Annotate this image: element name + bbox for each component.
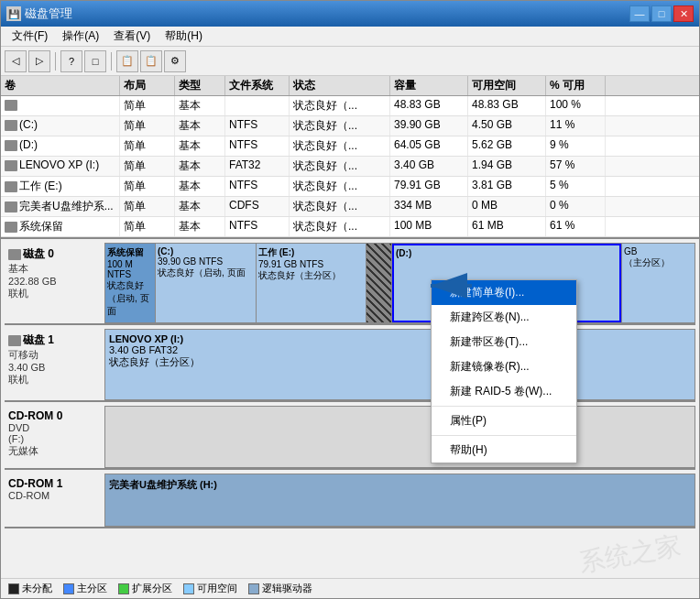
cell-pct: 61 % — [546, 217, 606, 236]
legend-unalloc-label: 未分配 — [22, 582, 52, 595]
cell-cap: 3.40 GB — [390, 157, 468, 176]
ctx-item-2[interactable]: 新建带区卷(T)... — [432, 330, 576, 354]
table-row[interactable]: 工作 (E:) 简单 基本 NTFS 状态良好（... 79.91 GB 3.8… — [1, 177, 699, 197]
cell-status: 状态良好（... — [290, 96, 390, 115]
cell-avail: 5.62 GB — [468, 136, 546, 156]
cell-avail: 1.94 GB — [468, 157, 546, 176]
cell-layout: 简单 — [120, 177, 175, 196]
cell-vol: 系统保留 — [1, 217, 120, 236]
partition-cdrom1-main[interactable]: 完美者U盘维护系统 (H:) — [105, 474, 695, 526]
disk-entry-cdrom0: CD-ROM 0 DVD (F:) 无媒体 — [5, 406, 695, 470]
col-header-cap: 容量 — [390, 76, 468, 95]
forward-button[interactable]: ▷ — [28, 50, 50, 72]
cell-cap: 79.91 GB — [390, 177, 468, 196]
toolbar-btn-copy1[interactable]: 📋 — [116, 50, 138, 72]
window-title: 磁盘管理 — [25, 5, 72, 22]
cell-cap: 334 MB — [390, 197, 468, 216]
title-controls: — □ ✕ — [629, 5, 694, 22]
cell-fs: NTFS — [225, 217, 290, 236]
cell-pct: 5 % — [546, 177, 606, 196]
table-row[interactable]: 完美者U盘维护系... 简单 基本 CDFS 状态良好（... 334 MB 0… — [1, 197, 699, 217]
cell-type: 基本 — [175, 157, 225, 176]
disk-table: 卷 布局 类型 文件系统 状态 容量 可用空间 % 可用 简单 基本 状态良好（… — [1, 76, 699, 239]
legend-free-label: 可用空间 — [197, 582, 237, 595]
cell-layout: 简单 — [120, 116, 175, 136]
title-bar-left: 💾 磁盘管理 — [6, 5, 72, 22]
col-header-pct: % 可用 — [546, 76, 606, 95]
table-row[interactable]: 系统保留 简单 基本 NTFS 状态良好（... 100 MB 61 MB 61… — [1, 217, 699, 237]
cdrom0-type: DVD — [8, 422, 97, 433]
toolbar-btn-copy2[interactable]: 📋 — [140, 50, 162, 72]
cell-status: 状态良好（... — [290, 116, 390, 136]
table-row[interactable]: LENOVO XP (I:) 简单 基本 FAT32 状态良好（... 3.40… — [1, 157, 699, 177]
cdrom1-label: CD-ROM 1 CD-ROM — [5, 474, 101, 527]
col-header-status: 状态 — [290, 76, 390, 95]
cell-layout: 简单 — [120, 217, 175, 236]
disk-view-scroll[interactable]: 磁盘 0 基本 232.88 GB 联机 系统保留100 MNTFS状态良好（启… — [1, 239, 699, 578]
ctx-item-0[interactable]: 新建简单卷(I)... — [432, 280, 576, 305]
minimize-button[interactable]: — — [629, 5, 650, 22]
cell-type: 基本 — [175, 197, 225, 216]
cell-status: 状态良好（... — [290, 136, 390, 156]
cell-vol: (C:) — [1, 116, 120, 136]
disk1-partitions: LENOVO XP (I:)3.40 GB FAT32状态良好（主分区） — [104, 329, 695, 400]
partition-unalloc-small[interactable] — [366, 244, 392, 322]
ctx-item-1[interactable]: 新建跨区卷(N)... — [432, 305, 576, 330]
disk0-title: 磁盘 0 — [8, 246, 97, 262]
ctx-item-6[interactable]: 属性(P) — [432, 408, 576, 433]
disk0-type: 基本 — [8, 262, 97, 276]
menu-help[interactable]: 帮助(H) — [158, 27, 210, 46]
cell-fs: FAT32 — [225, 157, 290, 176]
disk-view-container: 磁盘 0 基本 232.88 GB 联机 系统保留100 MNTFS状态良好（启… — [1, 239, 699, 578]
window-icon: 💾 — [6, 6, 21, 21]
partition-sys[interactable]: 系统保留100 MNTFS状态良好（启动, 页面 — [105, 244, 156, 322]
toolbar-btn-help[interactable]: ? — [60, 50, 82, 72]
cell-avail: 0 MB — [468, 197, 546, 216]
cell-fs — [225, 96, 290, 115]
disk0-icon — [8, 249, 21, 260]
table-row[interactable]: (D:) 简单 基本 NTFS 状态良好（... 64.05 GB 5.62 G… — [1, 136, 699, 157]
legend-unalloc-box — [8, 583, 19, 594]
ctx-item-4[interactable]: 新建 RAID-5 卷(W)... — [432, 379, 576, 404]
menu-file[interactable]: 文件(F) — [5, 27, 55, 46]
legend-primary: 主分区 — [63, 582, 107, 595]
cell-type: 基本 — [175, 136, 225, 156]
cell-pct: 100 % — [546, 96, 606, 115]
cdrom0-drive: (F:) — [8, 433, 97, 444]
disk0-partitions: 系统保留100 MNTFS状态良好（启动, 页面(C:)39.90 GB NTF… — [104, 243, 695, 323]
close-button[interactable]: ✕ — [673, 5, 694, 22]
partition-lenovo[interactable]: LENOVO XP (I:)3.40 GB FAT32状态良好（主分区） — [105, 330, 695, 399]
content-area: 卷 布局 类型 文件系统 状态 容量 可用空间 % 可用 简单 基本 状态良好（… — [1, 76, 699, 598]
disk-entry-0: 磁盘 0 基本 232.88 GB 联机 系统保留100 MNTFS状态良好（启… — [5, 243, 695, 325]
menu-action[interactable]: 操作(A) — [55, 27, 106, 46]
table-row[interactable]: (C:) 简单 基本 NTFS 状态良好（... 39.90 GB 4.50 G… — [1, 116, 699, 136]
menu-bar: 文件(F) 操作(A) 查看(V) 帮助(H) — [1, 27, 699, 47]
toolbar-btn-2[interactable]: □ — [84, 50, 106, 72]
title-bar: 💾 磁盘管理 — □ ✕ — [1, 1, 699, 27]
cell-fs: NTFS — [225, 136, 290, 156]
partition-c[interactable]: (C:)39.90 GB NTFS状态良好（启动, 页面 — [156, 244, 257, 322]
ctx-item-3[interactable]: 新建镜像卷(R)... — [432, 354, 576, 379]
legend-free: 可用空间 — [183, 582, 237, 595]
toolbar-btn-3[interactable]: ⚙ — [164, 50, 186, 72]
cell-vol: LENOVO XP (I:) — [1, 157, 120, 176]
ctx-item-8[interactable]: 帮助(H) — [432, 438, 576, 463]
disk0-status: 联机 — [8, 287, 97, 300]
cdrom1-type: CD-ROM — [8, 490, 97, 501]
menu-view[interactable]: 查看(V) — [106, 27, 158, 46]
ctx-separator — [432, 435, 576, 436]
cell-vol: (D:) — [1, 136, 120, 156]
partition-work[interactable]: 工作 (E:)79.91 GB NTFS状态良好（主分区） — [257, 244, 366, 322]
cell-type: 基本 — [175, 96, 225, 115]
back-button[interactable]: ◁ — [5, 50, 27, 72]
disk-label-1: 磁盘 1 可移动 3.40 GB 联机 — [5, 329, 101, 400]
maximize-button[interactable]: □ — [651, 5, 672, 22]
cell-fs: NTFS — [225, 116, 290, 136]
table-header: 卷 布局 类型 文件系统 状态 容量 可用空间 % 可用 — [1, 76, 699, 96]
cell-vol: 完美者U盘维护系... — [1, 197, 120, 216]
table-row[interactable]: 简单 基本 状态良好（... 48.83 GB 48.83 GB 100 % — [1, 96, 699, 116]
context-menu: 新建简单卷(I)...新建跨区卷(N)...新建带区卷(T)...新建镜像卷(R… — [431, 279, 577, 463]
cdrom0-status: 无媒体 — [8, 444, 97, 458]
legend-extended-box — [118, 583, 129, 594]
partition-last[interactable]: GB（主分区） — [621, 244, 695, 322]
